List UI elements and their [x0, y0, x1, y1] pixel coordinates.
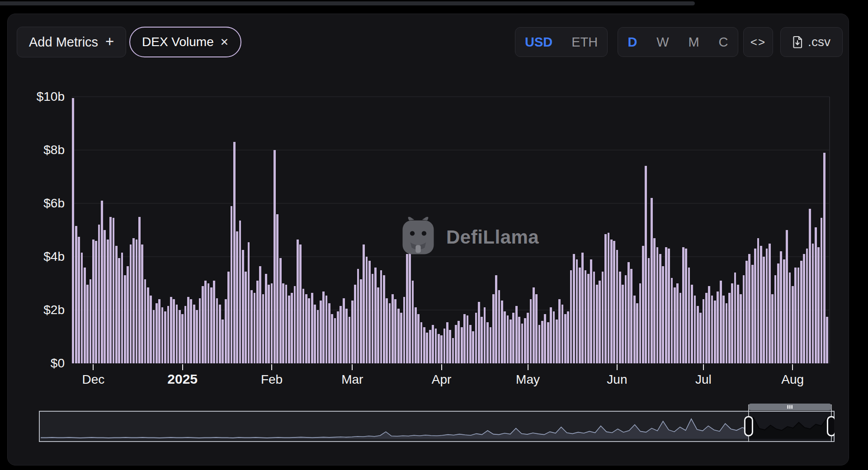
- brush-unselected-region[interactable]: [40, 412, 749, 441]
- brush-right-handle[interactable]: [827, 417, 835, 436]
- defillama-llama-icon: [397, 216, 439, 258]
- x-axis-tick-label: May: [516, 372, 540, 386]
- watermark: DefiLlama: [397, 216, 539, 258]
- x-axis-tick-label: Mar: [341, 372, 363, 386]
- x-axis-tick-label: Dec: [82, 372, 104, 386]
- brush-left-handle[interactable]: [745, 417, 752, 436]
- x-axis-tick-label: 2025: [167, 371, 198, 386]
- x-axis-tick-label: Aug: [781, 372, 804, 386]
- x-axis-tick-label: Jul: [695, 372, 712, 386]
- time-range-brush[interactable]: [39, 402, 835, 442]
- top-scrollbar[interactable]: [0, 1, 695, 5]
- x-axis-tick-label: Apr: [432, 372, 452, 386]
- watermark-text: DefiLlama: [446, 226, 539, 248]
- x-axis-tick-label: Feb: [261, 372, 283, 386]
- chart-panel: Add Metrics + DEX Volume ✕ USD ETH D W M…: [7, 14, 849, 465]
- x-axis-tick-label: Jun: [607, 372, 627, 386]
